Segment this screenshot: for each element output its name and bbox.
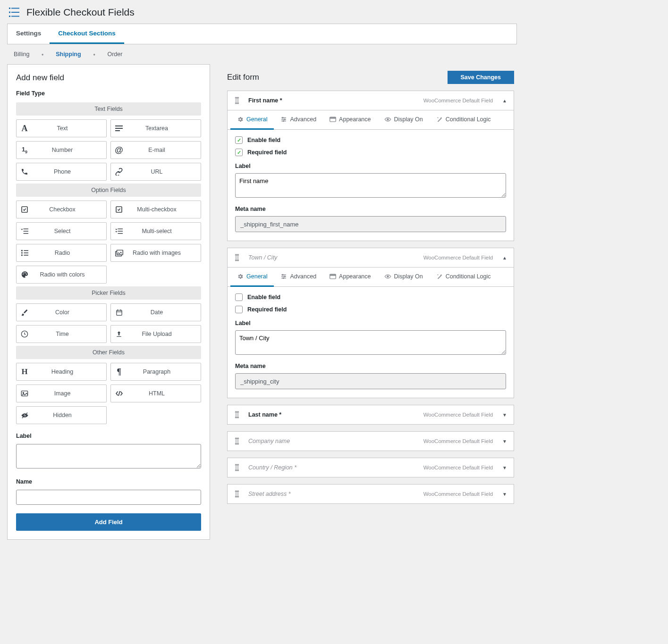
drag-handle-icon[interactable]	[234, 97, 240, 104]
svg-rect-3	[11, 12, 19, 13]
inner-tab-displayon[interactable]: Display On	[378, 268, 430, 287]
checkbox-icon	[17, 206, 33, 213]
chevron-down-icon[interactable]: ▼	[502, 412, 507, 418]
tab-settings[interactable]: Settings	[8, 24, 50, 44]
eye-off-icon	[17, 412, 33, 419]
tile-url[interactable]: URL	[110, 163, 201, 181]
meta-input	[235, 216, 506, 232]
default-badge: WooCommerce Default Field	[423, 412, 493, 418]
tile-file[interactable]: File Upload	[110, 325, 201, 343]
tile-heading[interactable]: HHeading	[16, 363, 107, 381]
field-row: Town / City WooCommerce Default Field ▲ …	[227, 248, 514, 398]
drag-handle-icon[interactable]	[234, 490, 240, 498]
svg-point-22	[23, 393, 24, 393]
tile-multicheckbox[interactable]: Multi-checkbox	[110, 201, 201, 218]
tile-radioimages[interactable]: Radio with images	[110, 244, 201, 262]
add-field-button[interactable]: Add Field	[16, 513, 201, 531]
breadcrumb-billing[interactable]: Billing	[14, 51, 29, 58]
field-row-header[interactable]: Company name WooCommerce Default Field ▼	[228, 432, 514, 451]
tile-html[interactable]: HTML	[110, 385, 201, 402]
drag-handle-icon[interactable]	[234, 411, 240, 418]
svg-point-12	[21, 252, 23, 253]
drag-handle-icon[interactable]	[234, 254, 240, 261]
tile-radiocolors[interactable]: Radio with colors	[16, 266, 107, 284]
svg-point-34	[387, 276, 388, 277]
required-label: Required field	[247, 306, 287, 313]
chevron-down-icon[interactable]: ▼	[502, 492, 507, 497]
breadcrumb-order[interactable]: Order	[107, 51, 122, 58]
wand-icon	[436, 116, 443, 123]
tab-checkout-sections[interactable]: Checkout Sections	[50, 24, 124, 44]
tile-color[interactable]: Color	[16, 303, 107, 321]
enable-checkbox[interactable]	[235, 293, 243, 301]
tile-email[interactable]: @E-mail	[110, 141, 201, 159]
cat-other-fields: Other Fields	[16, 346, 201, 359]
field-row-header[interactable]: Town / City WooCommerce Default Field ▲	[228, 248, 514, 267]
required-checkbox[interactable]	[235, 149, 243, 156]
inner-tab-appearance[interactable]: Appearance	[323, 110, 377, 130]
required-checkbox[interactable]	[235, 306, 243, 313]
upload-icon	[111, 330, 127, 338]
tile-multiselect[interactable]: Multi-select	[110, 222, 201, 240]
enable-checkbox[interactable]	[235, 136, 243, 144]
url-icon	[111, 168, 127, 176]
gear-icon	[237, 273, 244, 280]
tile-text[interactable]: AText	[16, 119, 107, 137]
default-badge: WooCommerce Default Field	[423, 98, 493, 103]
tile-time-label: Time	[33, 331, 106, 337]
text-icon: A	[17, 124, 33, 134]
label-input[interactable]: Town / City	[235, 330, 506, 355]
chevron-down-icon[interactable]: ▼	[502, 439, 507, 444]
drag-handle-icon[interactable]	[234, 464, 240, 471]
tile-date[interactable]: Date	[110, 303, 201, 321]
name-input[interactable]	[16, 490, 201, 505]
page-header: Flexible Checkout Fields	[0, 0, 524, 24]
chevron-up-icon[interactable]: ▲	[502, 98, 507, 103]
breadcrumb-shipping[interactable]: Shipping	[56, 51, 81, 58]
svg-rect-18	[117, 250, 123, 255]
tile-image[interactable]: Image	[16, 385, 107, 402]
inner-tab-general[interactable]: General	[230, 110, 274, 130]
label-input[interactable]	[16, 444, 201, 468]
tile-radio[interactable]: Radio	[16, 244, 107, 262]
inner-tab-logic[interactable]: Conditional Logic	[430, 268, 498, 287]
chevron-down-icon[interactable]: ▼	[502, 465, 507, 470]
inner-tab-general[interactable]: General	[230, 268, 274, 287]
chevron-up-icon[interactable]: ▲	[502, 255, 507, 260]
textarea-icon	[111, 125, 127, 132]
svg-rect-33	[330, 274, 336, 276]
tile-number[interactable]: 19Number	[16, 141, 107, 159]
drag-handle-icon[interactable]	[234, 437, 240, 445]
tile-time[interactable]: Time	[16, 325, 107, 343]
tile-paragraph[interactable]: ¶Paragraph	[110, 363, 201, 381]
tile-phone[interactable]: Phone	[16, 163, 107, 181]
tile-checkbox-label: Checkbox	[33, 206, 106, 213]
field-row-header[interactable]: First name * WooCommerce Default Field ▲	[228, 91, 514, 110]
tile-textarea-label: Textarea	[127, 125, 201, 132]
add-field-panel: Add new field Field Type Text Fields ATe…	[7, 64, 210, 540]
field-row-header[interactable]: Street address * WooCommerce Default Fie…	[228, 485, 514, 503]
save-changes-button[interactable]: Save Changes	[448, 71, 514, 84]
tile-html-label: HTML	[127, 390, 201, 397]
eye-icon	[384, 117, 391, 122]
field-row-header[interactable]: Country / Region * WooCommerce Default F…	[228, 458, 514, 477]
default-badge: WooCommerce Default Field	[423, 255, 493, 260]
default-badge: WooCommerce Default Field	[423, 465, 493, 470]
wand-icon	[436, 273, 443, 280]
inner-tab-logic[interactable]: Conditional Logic	[430, 110, 498, 130]
tile-textarea[interactable]: Textarea	[110, 119, 201, 137]
inner-tab-advanced[interactable]: Advanced	[274, 110, 323, 130]
tile-checkbox[interactable]: Checkbox	[16, 201, 107, 218]
tile-select[interactable]: Select	[16, 222, 107, 240]
tile-hidden[interactable]: Hidden	[16, 406, 107, 424]
field-row-header[interactable]: Last name * WooCommerce Default Field ▼	[228, 405, 514, 424]
inner-tab-appearance[interactable]: Appearance	[323, 268, 377, 287]
inner-tab-displayon[interactable]: Display On	[378, 110, 430, 130]
label-input[interactable]: First name	[235, 173, 506, 198]
code-icon	[111, 390, 127, 397]
svg-point-30	[285, 276, 286, 277]
inner-tab-advanced[interactable]: Advanced	[274, 268, 323, 287]
edit-form-title: Edit form	[227, 73, 448, 82]
cat-picker-fields: Picker Fields	[16, 286, 201, 300]
svg-rect-5	[11, 16, 19, 17]
